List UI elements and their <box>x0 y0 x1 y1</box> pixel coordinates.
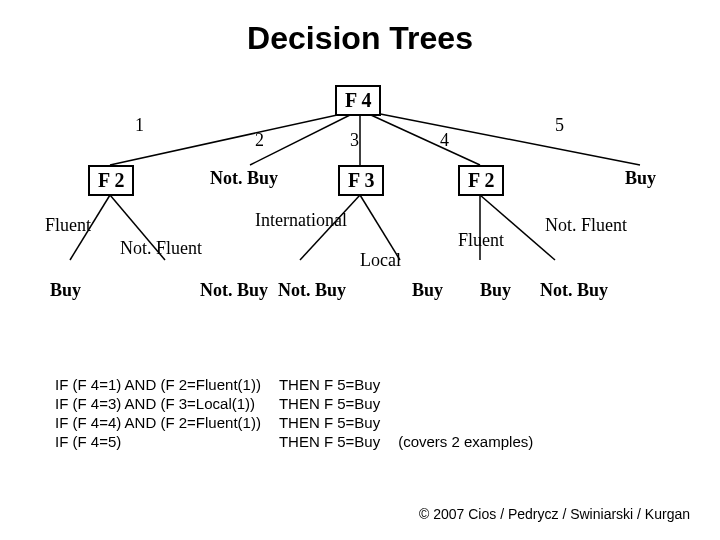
svg-line-4 <box>360 110 640 165</box>
slide-title: Decision Trees <box>0 0 720 57</box>
rule-note <box>398 413 551 432</box>
node-f2-left: F 2 <box>88 165 134 196</box>
f3-leaf-notbuy: Not. Buy <box>278 280 346 301</box>
root-node: F 4 <box>335 85 381 116</box>
rule-note: (covers 2 examples) <box>398 432 551 451</box>
rule-if: IF (F 4=5) <box>55 432 279 451</box>
svg-line-0 <box>110 110 360 165</box>
branch-2: 2 <box>255 130 264 151</box>
rule-note <box>398 375 551 394</box>
f3-branch-local: Local <box>360 250 401 271</box>
node-f2-right: F 2 <box>458 165 504 196</box>
branch-1: 1 <box>135 115 144 136</box>
leaf-notbuy-b2: Not. Buy <box>210 168 278 189</box>
svg-line-1 <box>250 110 360 165</box>
f2l-branch-fluent: Fluent <box>45 215 91 236</box>
leaf-buy-b5: Buy <box>625 168 656 189</box>
rule-note <box>398 394 551 413</box>
rule-if: IF (F 4=3) AND (F 3=Local(1)) <box>55 394 279 413</box>
rule-row: IF (F 4=4) AND (F 2=Fluent(1)) THEN F 5=… <box>55 413 551 432</box>
f2l-leaf-buy: Buy <box>50 280 81 301</box>
branch-5: 5 <box>555 115 564 136</box>
decision-tree-diagram: F 4 1 2 3 4 5 F 2 Not. Buy F 3 F 2 Buy F… <box>0 80 720 340</box>
f2l-branch-notfluent: Not. Fluent <box>120 238 202 259</box>
rule-if: IF (F 4=1) AND (F 2=Fluent(1)) <box>55 375 279 394</box>
f3-branch-intl: International <box>255 210 347 231</box>
f2r-branch-notfluent: Not. Fluent <box>545 215 627 236</box>
rule-then: THEN F 5=Buy <box>279 432 398 451</box>
f2r-branch-fluent: Fluent <box>458 230 504 251</box>
rule-then: THEN F 5=Buy <box>279 394 398 413</box>
svg-line-3 <box>360 110 480 165</box>
rule-row: IF (F 4=1) AND (F 2=Fluent(1)) THEN F 5=… <box>55 375 551 394</box>
rule-row: IF (F 4=5) THEN F 5=Buy (covers 2 exampl… <box>55 432 551 451</box>
rule-row: IF (F 4=3) AND (F 3=Local(1)) THEN F 5=B… <box>55 394 551 413</box>
rule-then: THEN F 5=Buy <box>279 413 398 432</box>
branch-3: 3 <box>350 130 359 151</box>
copyright-footer: © 2007 Cios / Pedrycz / Swiniarski / Kur… <box>419 506 690 522</box>
rule-if: IF (F 4=4) AND (F 2=Fluent(1)) <box>55 413 279 432</box>
f2r-leaf-notbuy: Not. Buy <box>540 280 608 301</box>
rules-block: IF (F 4=1) AND (F 2=Fluent(1)) THEN F 5=… <box>55 375 695 451</box>
tree-edges <box>0 80 720 340</box>
f2l-leaf-notbuy: Not. Buy <box>200 280 268 301</box>
f3-leaf-buy: Buy <box>412 280 443 301</box>
f2r-leaf-buy: Buy <box>480 280 511 301</box>
rule-then: THEN F 5=Buy <box>279 375 398 394</box>
branch-4: 4 <box>440 130 449 151</box>
node-f3: F 3 <box>338 165 384 196</box>
